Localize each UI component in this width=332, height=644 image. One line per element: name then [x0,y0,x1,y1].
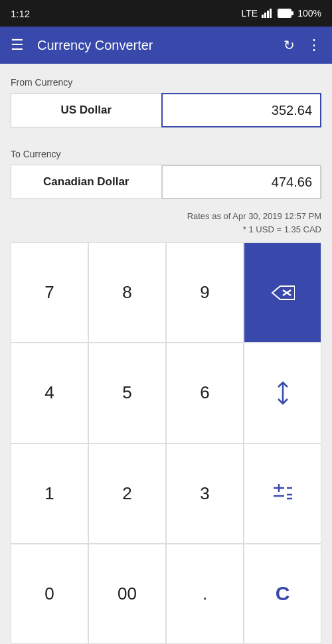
svg-rect-1 [264,13,266,18]
key-3[interactable]: 3 [166,443,244,544]
rates-line2: * 1 USD = 1.35 CAD [11,223,321,236]
from-currency-section: From Currency US Dollar 352.64 [11,77,321,127]
to-currency-name: Canadian Dollar [43,175,129,189]
from-row: US Dollar 352.64 [11,93,321,127]
key-8[interactable]: 8 [88,242,166,343]
svg-rect-7 [278,9,291,17]
swap-icon [273,381,293,405]
key-6[interactable]: 6 [166,343,244,443]
status-time: 1:12 [11,8,30,19]
backspace-icon [271,283,295,302]
svg-marker-8 [272,286,295,299]
to-label: To Currency [11,149,321,159]
key-2[interactable]: 2 [88,443,166,544]
key-swap[interactable] [244,343,321,443]
svg-rect-2 [267,11,269,18]
toolbar-actions: ↻ ⋮ [284,37,321,54]
key-4[interactable]: 4 [11,343,88,443]
status-bar: 1:12 LTE 100% [0,0,332,27]
from-currency-picker[interactable]: US Dollar [11,93,161,127]
key-00[interactable]: 00 [88,544,166,644]
app-title: Currency Converter [37,38,284,53]
key-clear[interactable]: C [244,544,321,644]
to-currency-section: To Currency Canadian Dollar 474.66 [11,149,321,199]
key-5[interactable]: 5 [88,343,166,443]
from-label: From Currency [11,77,321,88]
operations-icon [271,481,295,505]
rates-line1: Rates as of Apr 30, 2019 12:57 PM [11,210,321,223]
svg-rect-5 [291,11,293,15]
status-battery: 100% [297,8,321,19]
status-right: LTE 100% [242,8,321,19]
toolbar: ☰ Currency Converter ↻ ⋮ [0,27,332,64]
rates-info: Rates as of Apr 30, 2019 12:57 PM * 1 US… [11,210,321,236]
from-currency-name: US Dollar [60,104,112,117]
from-amount: 352.64 [272,103,312,118]
key-1[interactable]: 1 [11,443,88,544]
key-decimal[interactable]: . [166,544,244,644]
keypad: 7 8 9 4 5 6 1 2 3 [11,242,321,644]
key-0[interactable]: 0 [11,544,88,644]
svg-rect-3 [270,9,272,18]
key-operations[interactable] [244,443,321,544]
more-button[interactable]: ⋮ [307,37,321,54]
refresh-button[interactable]: ↻ [284,37,295,53]
to-row: Canadian Dollar 474.66 [11,165,321,199]
content-area: From Currency US Dollar 352.64 To Curren… [0,64,332,644]
from-value-display[interactable]: 352.64 [161,93,322,127]
to-amount: 474.66 [272,175,312,190]
signal-icon [262,9,274,18]
key-9[interactable]: 9 [166,242,244,343]
key-backspace[interactable] [244,242,321,343]
to-currency-picker[interactable]: Canadian Dollar [11,165,161,199]
to-value-display: 474.66 [161,165,322,199]
battery-icon [278,9,293,18]
status-network: LTE [242,8,258,19]
svg-rect-0 [262,15,264,18]
menu-button[interactable]: ☰ [11,37,24,54]
key-7[interactable]: 7 [11,242,88,343]
